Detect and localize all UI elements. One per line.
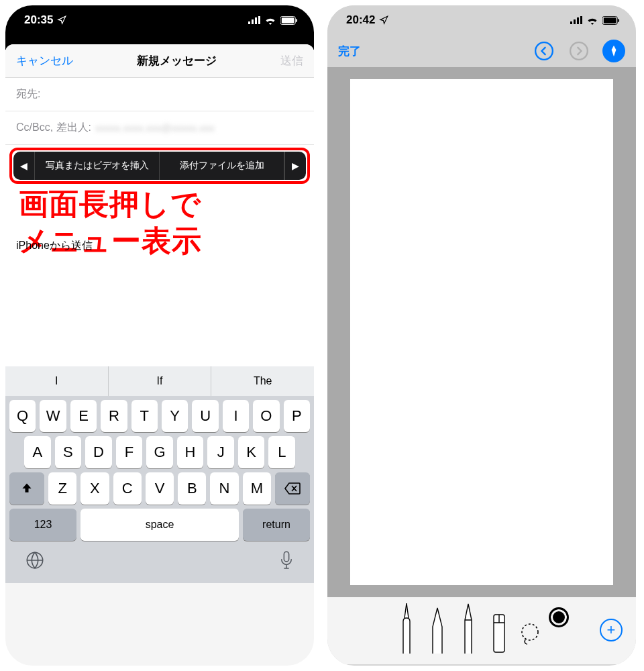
svg-point-17 (570, 42, 588, 60)
svg-rect-2 (255, 17, 257, 24)
phone-markup-editor: 20:42 完了 (327, 5, 636, 666)
annotation-highlight-box: ◀ 写真またはビデオを挿入 添付ファイルを追加 ▶ (9, 148, 310, 184)
pen-mode-button[interactable] (602, 40, 625, 62)
mic-icon[interactable] (279, 550, 294, 575)
key-e[interactable]: E (70, 400, 97, 432)
suggestion-2[interactable]: If (109, 366, 212, 396)
pencil-tool[interactable] (456, 600, 480, 654)
key-c[interactable]: C (113, 472, 142, 505)
context-menu: ◀ 写真またはビデオを挿入 添付ファイルを追加 ▶ (13, 152, 306, 180)
location-icon (57, 15, 66, 25)
key-d[interactable]: D (85, 436, 112, 468)
key-m[interactable]: M (243, 472, 271, 505)
status-bar: 20:42 (327, 5, 636, 35)
key-b[interactable]: B (178, 472, 206, 505)
annotation-line1: 画面長押しで (19, 185, 307, 222)
wifi-icon (586, 16, 598, 25)
key-a[interactable]: A (24, 436, 51, 468)
phone-mail-compose: 20:35 キャンセル 新規メッセージ 送信 宛先: (5, 5, 314, 666)
svg-rect-3 (258, 16, 260, 24)
key-w[interactable]: W (40, 400, 66, 432)
key-y[interactable]: Y (162, 400, 188, 432)
wifi-icon (264, 16, 276, 25)
key-p[interactable]: P (284, 400, 310, 432)
key-j[interactable]: J (207, 436, 234, 468)
keyboard: I If The Q W E R T Y U I O P A S D F (5, 366, 314, 583)
key-row-3: Z X C V B N M (5, 468, 314, 505)
cancel-button[interactable]: キャンセル (16, 53, 73, 68)
done-button[interactable]: 完了 (338, 44, 361, 59)
svg-rect-9 (570, 21, 572, 24)
suggestion-3[interactable]: The (211, 366, 314, 396)
key-i[interactable]: I (223, 400, 249, 432)
battery-icon (280, 16, 298, 25)
ccbcc-label: Cc/Bcc, 差出人: (16, 121, 91, 135)
status-time: 20:42 (346, 13, 375, 27)
highlighter-tool[interactable] (425, 600, 449, 654)
shift-key[interactable] (9, 472, 44, 505)
message-body[interactable]: ◀ 写真またはビデオを挿入 添付ファイルを追加 ▶ 画面長押しで メニュー表示 … (5, 145, 314, 366)
compose-title: 新規メッセージ (137, 53, 217, 68)
svg-point-21 (522, 624, 538, 640)
key-g[interactable]: G (146, 436, 173, 468)
space-key[interactable]: space (80, 509, 239, 541)
eraser-tool[interactable] (487, 600, 511, 654)
svg-rect-1 (252, 19, 254, 24)
numbers-key[interactable]: 123 (9, 509, 76, 541)
key-row-4: 123 space return (5, 505, 314, 541)
svg-rect-0 (248, 21, 250, 24)
svg-rect-10 (574, 19, 576, 24)
key-s[interactable]: S (55, 436, 82, 468)
status-bar: 20:35 (5, 5, 314, 35)
tool-tray: + (327, 597, 636, 664)
signal-icon (570, 16, 582, 24)
suggestion-1[interactable]: I (5, 366, 109, 396)
undo-button[interactable] (533, 40, 555, 62)
mail-signature: iPhoneから送信 (16, 239, 93, 253)
globe-icon[interactable] (25, 551, 44, 574)
menu-prev-arrow-icon[interactable]: ◀ (13, 152, 35, 180)
send-button[interactable]: 送信 (280, 53, 303, 68)
color-picker-black[interactable] (549, 607, 569, 627)
signal-icon (248, 16, 260, 24)
lasso-tool[interactable] (518, 591, 542, 645)
svg-rect-5 (282, 17, 294, 23)
svg-rect-14 (604, 17, 616, 23)
svg-point-16 (535, 42, 553, 60)
key-q[interactable]: Q (9, 400, 36, 432)
key-h[interactable]: H (177, 436, 204, 468)
key-z[interactable]: Z (48, 472, 76, 505)
key-t[interactable]: T (131, 400, 158, 432)
add-shape-button[interactable]: + (600, 619, 623, 641)
backspace-key[interactable] (275, 472, 310, 505)
key-u[interactable]: U (192, 400, 218, 432)
return-key[interactable]: return (243, 509, 310, 541)
key-k[interactable]: K (238, 436, 265, 468)
redo-button[interactable] (568, 40, 590, 62)
key-r[interactable]: R (101, 400, 127, 432)
key-f[interactable]: F (116, 436, 143, 468)
key-n[interactable]: N (210, 472, 238, 505)
markup-toolbar: 完了 (327, 35, 636, 67)
compose-sheet: キャンセル 新規メッセージ 送信 宛先: Cc/Bcc, 差出人: xxxxx.… (5, 44, 314, 583)
drawing-canvas[interactable] (350, 79, 613, 585)
to-field[interactable]: 宛先: (5, 78, 314, 111)
suggestion-bar: I If The (5, 366, 314, 396)
key-v[interactable]: V (146, 472, 174, 505)
compose-navbar: キャンセル 新規メッセージ 送信 (5, 44, 314, 78)
to-label: 宛先: (16, 87, 40, 101)
battery-icon (602, 16, 620, 25)
menu-add-attachment[interactable]: 添付ファイルを追加 (160, 152, 284, 180)
svg-rect-11 (577, 17, 579, 24)
key-l[interactable]: L (268, 436, 295, 468)
canvas-area (327, 67, 636, 597)
ccbcc-field[interactable]: Cc/Bcc, 差出人: xxxxx.xxxx.xxx@xxxxx.xxx (5, 111, 314, 145)
key-row-2: A S D F G H J K L (5, 432, 314, 468)
marker-tool[interactable] (394, 600, 419, 654)
key-row-1: Q W E R T Y U I O P (5, 396, 314, 432)
status-time: 20:35 (24, 13, 53, 27)
key-o[interactable]: O (253, 400, 279, 432)
menu-next-arrow-icon[interactable]: ▶ (284, 152, 306, 180)
menu-insert-photo-video[interactable]: 写真またはビデオを挿入 (35, 152, 160, 180)
key-x[interactable]: X (80, 472, 109, 505)
